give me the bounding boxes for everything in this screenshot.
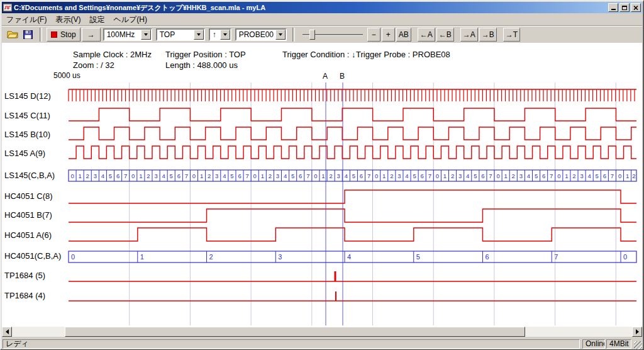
zoom-out-button[interactable]: − bbox=[367, 28, 380, 42]
stop-icon bbox=[51, 31, 57, 38]
save-floppy-icon bbox=[23, 30, 33, 39]
goto-a-left-button[interactable]: ←A bbox=[418, 28, 435, 42]
maximize-button[interactable] bbox=[619, 3, 630, 12]
stop-label: Stop bbox=[60, 30, 76, 39]
zoom-slider[interactable] bbox=[301, 28, 364, 42]
info-trigger-position: Trigger Position : TOP bbox=[165, 50, 246, 59]
menu-file[interactable]: ファイル(F) bbox=[2, 14, 51, 26]
titlebar[interactable]: C:¥Documents and Settings¥noname¥デスクトップ¥… bbox=[2, 2, 642, 13]
time-scale-label: 5000 us bbox=[53, 71, 80, 80]
toolbar-separator bbox=[40, 28, 42, 42]
minimize-icon bbox=[611, 9, 616, 10]
trigger-edge-select[interactable]: ↑ bbox=[209, 28, 231, 41]
open-button[interactable] bbox=[4, 28, 20, 42]
maximize-icon bbox=[622, 6, 627, 10]
goto-b-left-button[interactable]: ←B bbox=[436, 28, 454, 42]
status-ready: レディ bbox=[3, 339, 580, 349]
close-button[interactable] bbox=[631, 3, 641, 12]
chevron-down-icon[interactable] bbox=[220, 30, 230, 40]
status-memory: 4MBit bbox=[606, 339, 631, 349]
trigger-edge-value: ↑ bbox=[213, 30, 216, 39]
waveform-canvas[interactable] bbox=[2, 43, 642, 327]
marker-b-label[interactable]: B bbox=[340, 72, 345, 81]
scroll-left-button[interactable] bbox=[2, 327, 12, 337]
ab-markers-button[interactable]: AB bbox=[396, 28, 411, 42]
probe-select[interactable]: PROBE00 bbox=[235, 28, 287, 41]
toolbar-separator bbox=[292, 28, 295, 42]
info-sample-clock: Sample Clock : 2MHz bbox=[73, 50, 152, 59]
info-zoom: Zoom : / 32 bbox=[73, 60, 114, 70]
statusbar: レディ Online 4MBit bbox=[2, 339, 642, 349]
scrollbar-thumb[interactable] bbox=[65, 327, 525, 337]
goto-b-right-button[interactable]: →B bbox=[479, 28, 497, 42]
status-online: Online bbox=[582, 339, 605, 349]
close-icon bbox=[633, 6, 638, 10]
info-length: Length : 488.000 us bbox=[165, 60, 238, 70]
toolbar: Stop → 100MHz TOP ↑ PROBE00 − + AB ←A ←B… bbox=[2, 25, 642, 43]
trigger-position-select[interactable]: TOP bbox=[156, 28, 205, 41]
chevron-down-icon[interactable] bbox=[141, 30, 151, 40]
arrow-right-icon bbox=[636, 329, 641, 334]
resize-grip[interactable] bbox=[634, 341, 642, 349]
save-button[interactable] bbox=[20, 28, 36, 42]
probe-value: PROBE00 bbox=[239, 30, 274, 39]
stop-button[interactable]: Stop bbox=[47, 28, 80, 42]
chevron-down-icon[interactable] bbox=[194, 30, 204, 40]
app-window: C:¥Documents and Settings¥noname¥デスクトップ¥… bbox=[0, 0, 644, 350]
info-trigger-probe: Trigger Probe : PROBE08 bbox=[356, 50, 450, 59]
menu-settings[interactable]: 設定 bbox=[85, 14, 109, 26]
goto-a-right-button[interactable]: →A bbox=[460, 28, 478, 42]
sample-clock-select[interactable]: 100MHz bbox=[103, 28, 152, 41]
zoom-in-button[interactable]: + bbox=[382, 28, 395, 42]
menubar: ファイル(F) 表示(V) 設定 ヘルプ(H) bbox=[2, 14, 642, 25]
app-icon bbox=[3, 3, 12, 12]
menu-help[interactable]: ヘルプ(H) bbox=[109, 14, 152, 26]
menu-view[interactable]: 表示(V) bbox=[51, 14, 85, 26]
trigger-position-value: TOP bbox=[160, 30, 175, 39]
info-trigger-condition: Trigger Condition : ↓ bbox=[282, 50, 356, 59]
marker-a-label[interactable]: A bbox=[323, 72, 328, 81]
zoom-slider-thumb[interactable] bbox=[309, 30, 315, 40]
goto-trigger-button[interactable]: →T bbox=[503, 28, 520, 42]
chevron-down-icon[interactable] bbox=[275, 30, 286, 40]
minimize-button[interactable] bbox=[608, 3, 618, 12]
run-button[interactable]: → bbox=[82, 28, 101, 42]
arrow-left-icon bbox=[3, 329, 9, 334]
open-folder-icon bbox=[7, 30, 18, 38]
sample-clock-value: 100MHz bbox=[107, 30, 135, 39]
window-title: C:¥Documents and Settings¥noname¥デスクトップ¥… bbox=[14, 3, 607, 13]
horizontal-scrollbar[interactable] bbox=[2, 327, 642, 337]
scroll-right-button[interactable] bbox=[632, 327, 642, 337]
